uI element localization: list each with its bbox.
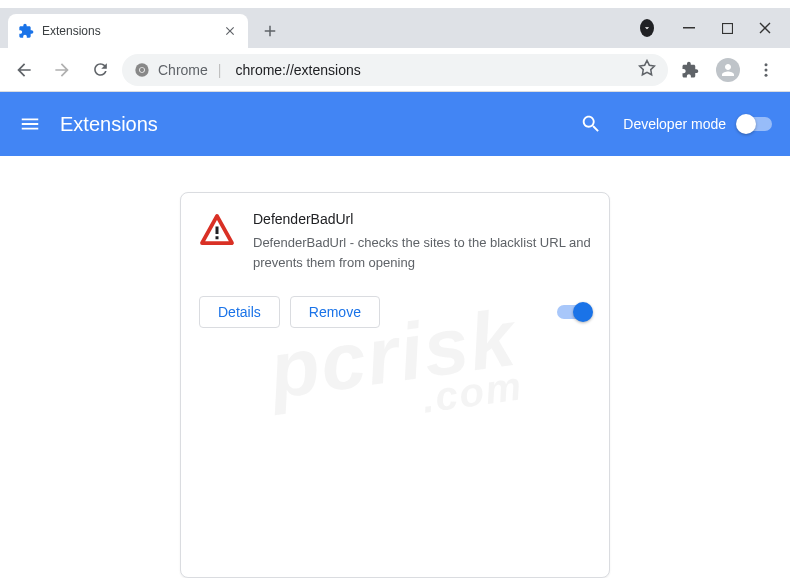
back-button[interactable] — [8, 54, 40, 86]
extension-icon — [18, 23, 34, 39]
new-tab-button[interactable] — [256, 17, 284, 45]
profile-avatar[interactable] — [712, 54, 744, 86]
page-title: Extensions — [60, 113, 579, 136]
extension-card: DefenderBadUrl DefenderBadUrl - checks t… — [180, 192, 610, 578]
extension-name: DefenderBadUrl — [253, 211, 591, 227]
svg-rect-0 — [683, 27, 695, 29]
url-scheme: Chrome — [158, 62, 208, 78]
svg-point-4 — [140, 67, 144, 71]
close-window-button[interactable] — [758, 22, 772, 34]
extension-description: DefenderBadUrl - checks the sites to the… — [253, 233, 591, 272]
svg-rect-9 — [216, 236, 219, 239]
svg-rect-8 — [216, 227, 219, 235]
extensions-header: Extensions Developer mode — [0, 92, 790, 156]
window-controls — [640, 8, 790, 48]
svg-point-6 — [765, 68, 768, 71]
hamburger-menu-icon[interactable] — [18, 112, 42, 136]
details-button[interactable]: Details — [199, 296, 280, 328]
media-control-icon[interactable] — [640, 19, 654, 37]
svg-rect-1 — [722, 23, 732, 33]
tab-title: Extensions — [42, 24, 214, 38]
minimize-button[interactable] — [682, 22, 696, 34]
url-separator: | — [218, 62, 222, 78]
svg-point-7 — [765, 73, 768, 76]
avatar-icon — [716, 58, 740, 82]
bookmark-star-icon[interactable] — [638, 59, 656, 81]
developer-mode-label: Developer mode — [623, 116, 726, 132]
tab-strip: Extensions — [0, 8, 790, 48]
kebab-menu-icon[interactable] — [750, 54, 782, 86]
svg-point-5 — [765, 63, 768, 66]
search-icon[interactable] — [579, 112, 603, 136]
browser-tab[interactable]: Extensions — [8, 14, 248, 48]
forward-button[interactable] — [46, 54, 78, 86]
browser-toolbar: Chrome | chrome://extensions — [0, 48, 790, 92]
url-text: chrome://extensions — [235, 62, 630, 78]
developer-mode-toggle[interactable] — [738, 117, 772, 131]
content-area: pcrisk.com DefenderBadUrl DefenderBadUrl… — [0, 156, 790, 578]
chrome-icon — [134, 62, 150, 78]
extensions-menu-icon[interactable] — [674, 54, 706, 86]
address-bar[interactable]: Chrome | chrome://extensions — [122, 54, 668, 86]
reload-button[interactable] — [84, 54, 116, 86]
maximize-button[interactable] — [720, 23, 734, 34]
extension-enable-toggle[interactable] — [557, 305, 591, 319]
remove-button[interactable]: Remove — [290, 296, 380, 328]
warning-icon — [199, 213, 235, 249]
close-tab-icon[interactable] — [222, 23, 238, 39]
